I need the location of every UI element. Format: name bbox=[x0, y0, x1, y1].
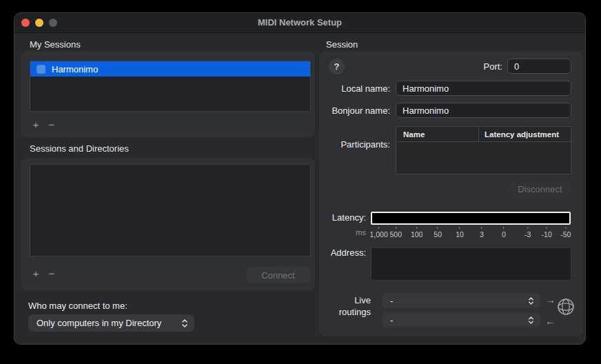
live-routings-label: Live routings bbox=[319, 294, 371, 318]
help-button[interactable]: ? bbox=[329, 59, 345, 74]
latency-scale: 1,000 500 100 50 10 3 0 -3 -10 -50 bbox=[371, 227, 571, 239]
tick-label: 1,000 bbox=[369, 230, 387, 239]
session-name: Harmonimo bbox=[52, 64, 98, 74]
local-name-label: Local name: bbox=[319, 83, 390, 94]
routing-out-arrow-icon: → bbox=[545, 294, 556, 305]
who-may-connect-label: Who may connect to me: bbox=[28, 301, 128, 311]
session-heading: Session bbox=[326, 39, 358, 50]
address-label: Address: bbox=[319, 247, 366, 258]
tick-label: -50 bbox=[560, 230, 571, 239]
tick-label: 3 bbox=[480, 230, 484, 239]
my-sessions-heading: My Sessions bbox=[30, 39, 81, 50]
bonjour-name-label: Bonjour name: bbox=[319, 105, 390, 116]
chevron-up-down-icon bbox=[528, 296, 534, 306]
directories-list[interactable] bbox=[30, 164, 311, 256]
tick-label: 10 bbox=[456, 230, 464, 239]
tick-label: 100 bbox=[411, 230, 423, 239]
participants-table[interactable]: Name Latency adjustment bbox=[396, 126, 571, 174]
session-panel: ? Port: 0 Local name: Harmonimo Bonjour … bbox=[319, 51, 583, 336]
window-title: MIDI Network Setup bbox=[14, 13, 585, 32]
remove-directory-button[interactable]: − bbox=[47, 269, 57, 279]
local-name-field[interactable]: Harmonimo bbox=[396, 81, 571, 96]
live-routing-lower-select[interactable]: - bbox=[382, 312, 540, 327]
disconnect-button[interactable]: Disconnect bbox=[509, 181, 571, 197]
directories-heading: Sessions and Directories bbox=[30, 143, 129, 154]
bonjour-name-field[interactable]: Harmonimo bbox=[396, 103, 571, 118]
globe-icon bbox=[556, 296, 576, 317]
chevron-up-down-icon bbox=[528, 315, 534, 325]
column-header-latency-adjustment: Latency adjustment bbox=[478, 127, 571, 141]
session-enabled-checkbox[interactable] bbox=[37, 65, 45, 74]
live-routing-upper-value: - bbox=[390, 296, 393, 306]
add-directory-button[interactable]: + bbox=[31, 269, 41, 279]
session-list-item[interactable]: Harmonimo bbox=[30, 61, 310, 77]
tick-label: 50 bbox=[434, 230, 442, 239]
participants-table-header: Name Latency adjustment bbox=[396, 127, 571, 142]
my-sessions-list[interactable]: Harmonimo bbox=[30, 61, 311, 112]
connect-button[interactable]: Connect bbox=[246, 267, 310, 283]
tick-label: -10 bbox=[542, 230, 552, 239]
remove-session-button[interactable]: − bbox=[47, 120, 57, 130]
column-header-name: Name bbox=[396, 127, 478, 141]
address-box bbox=[371, 247, 571, 281]
add-session-button[interactable]: + bbox=[31, 120, 41, 130]
port-field[interactable]: 0 bbox=[507, 59, 571, 74]
latency-unit-label: ms bbox=[319, 228, 366, 236]
port-label: Port: bbox=[429, 61, 502, 72]
directories-panel: + − Connect bbox=[21, 158, 315, 291]
title-bar: MIDI Network Setup bbox=[14, 13, 585, 33]
tick-label: -3 bbox=[524, 230, 531, 239]
tick-label: 500 bbox=[389, 230, 402, 239]
who-may-connect-select[interactable]: Only computers in my Directory bbox=[28, 314, 194, 332]
who-may-connect-value: Only computers in my Directory bbox=[37, 318, 161, 328]
my-sessions-panel: Harmonimo + − bbox=[21, 51, 315, 137]
tick-label: 0 bbox=[502, 230, 506, 239]
live-routing-upper-select[interactable]: - bbox=[382, 293, 540, 308]
latency-label: Latency: bbox=[319, 212, 366, 223]
live-routing-lower-value: - bbox=[390, 315, 393, 325]
routing-in-arrow-icon: ← bbox=[545, 316, 556, 326]
latency-meter bbox=[371, 212, 571, 225]
midi-network-setup-window: MIDI Network Setup My Sessions Harmonimo… bbox=[14, 12, 586, 345]
participants-label: Participants: bbox=[319, 139, 390, 150]
chevron-up-down-icon bbox=[181, 318, 188, 329]
